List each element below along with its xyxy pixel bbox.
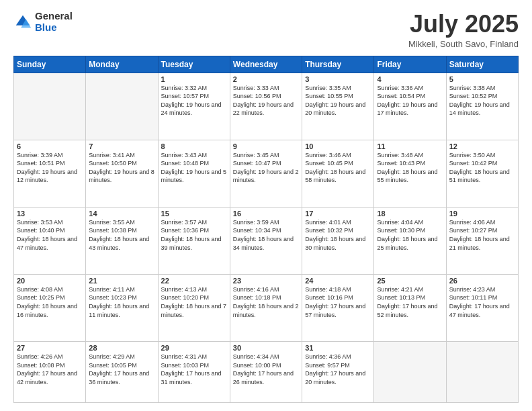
day-number: 26 xyxy=(449,277,515,285)
week-row-3: 13Sunrise: 3:53 AM Sunset: 10:40 PM Dayl… xyxy=(14,207,519,274)
day-info: Sunrise: 3:36 AM Sunset: 10:54 PM Daylig… xyxy=(377,84,443,118)
day-number: 16 xyxy=(233,210,299,218)
table-row: 26Sunrise: 4:23 AM Sunset: 10:11 PM Dayl… xyxy=(446,274,518,341)
day-info: Sunrise: 3:39 AM Sunset: 10:51 PM Daylig… xyxy=(17,151,83,185)
col-thursday: Thursday xyxy=(302,56,374,73)
day-number: 5 xyxy=(449,75,515,83)
day-number: 1 xyxy=(161,75,227,83)
table-row: 30Sunrise: 4:34 AM Sunset: 10:00 PM Dayl… xyxy=(230,341,302,402)
week-row-2: 6Sunrise: 3:39 AM Sunset: 10:51 PM Dayli… xyxy=(14,140,519,207)
day-number: 13 xyxy=(17,210,83,218)
day-info: Sunrise: 3:32 AM Sunset: 10:57 PM Daylig… xyxy=(161,84,227,118)
table-row: 22Sunrise: 4:13 AM Sunset: 10:20 PM Dayl… xyxy=(158,274,230,341)
table-row: 29Sunrise: 4:31 AM Sunset: 10:03 PM Dayl… xyxy=(158,341,230,402)
table-row: 16Sunrise: 3:59 AM Sunset: 10:34 PM Dayl… xyxy=(230,207,302,274)
day-info: Sunrise: 4:21 AM Sunset: 10:13 PM Daylig… xyxy=(377,285,443,319)
table-row: 31Sunrise: 4:36 AM Sunset: 9:57 PM Dayli… xyxy=(302,341,374,402)
day-info: Sunrise: 4:36 AM Sunset: 9:57 PM Dayligh… xyxy=(305,353,371,386)
day-info: Sunrise: 3:45 AM Sunset: 10:47 PM Daylig… xyxy=(233,151,299,185)
table-row xyxy=(446,341,518,402)
day-number: 24 xyxy=(305,277,371,285)
col-sunday: Sunday xyxy=(14,56,86,73)
day-number: 17 xyxy=(305,210,371,218)
day-number: 2 xyxy=(233,75,299,83)
day-number: 18 xyxy=(377,210,443,218)
table-row xyxy=(14,73,86,140)
location: Mikkeli, South Savo, Finland xyxy=(408,39,519,49)
day-info: Sunrise: 4:06 AM Sunset: 10:27 PM Daylig… xyxy=(449,218,515,252)
col-tuesday: Tuesday xyxy=(158,56,230,73)
table-row: 21Sunrise: 4:11 AM Sunset: 10:23 PM Dayl… xyxy=(86,274,158,341)
table-row: 6Sunrise: 3:39 AM Sunset: 10:51 PM Dayli… xyxy=(14,140,86,207)
table-row: 19Sunrise: 4:06 AM Sunset: 10:27 PM Dayl… xyxy=(446,207,518,274)
day-info: Sunrise: 4:23 AM Sunset: 10:11 PM Daylig… xyxy=(449,285,515,319)
table-row: 12Sunrise: 3:50 AM Sunset: 10:42 PM Dayl… xyxy=(446,140,518,207)
table-row: 1Sunrise: 3:32 AM Sunset: 10:57 PM Dayli… xyxy=(158,73,230,140)
calendar-header-row: Sunday Monday Tuesday Wednesday Thursday… xyxy=(14,56,519,73)
day-info: Sunrise: 4:01 AM Sunset: 10:32 PM Daylig… xyxy=(305,218,371,252)
col-saturday: Saturday xyxy=(446,56,518,73)
day-info: Sunrise: 4:31 AM Sunset: 10:03 PM Daylig… xyxy=(161,353,227,386)
table-row: 11Sunrise: 3:48 AM Sunset: 10:43 PM Dayl… xyxy=(374,140,446,207)
day-info: Sunrise: 3:41 AM Sunset: 10:50 PM Daylig… xyxy=(89,151,154,185)
table-row: 28Sunrise: 4:29 AM Sunset: 10:05 PM Dayl… xyxy=(86,341,158,402)
table-row: 4Sunrise: 3:36 AM Sunset: 10:54 PM Dayli… xyxy=(374,73,446,140)
logo-blue: Blue xyxy=(35,22,73,34)
day-number: 25 xyxy=(377,277,443,285)
day-info: Sunrise: 3:55 AM Sunset: 10:38 PM Daylig… xyxy=(89,218,154,252)
day-number: 4 xyxy=(377,75,443,83)
month-title: July 2025 xyxy=(408,11,519,38)
week-row-1: 1Sunrise: 3:32 AM Sunset: 10:57 PM Dayli… xyxy=(14,73,519,140)
day-info: Sunrise: 4:11 AM Sunset: 10:23 PM Daylig… xyxy=(89,285,154,319)
table-row: 7Sunrise: 3:41 AM Sunset: 10:50 PM Dayli… xyxy=(86,140,158,207)
table-row xyxy=(374,341,446,402)
logo-text: General Blue xyxy=(35,11,73,33)
day-info: Sunrise: 3:33 AM Sunset: 10:56 PM Daylig… xyxy=(233,84,299,118)
day-info: Sunrise: 4:34 AM Sunset: 10:00 PM Daylig… xyxy=(233,353,299,386)
logo-icon xyxy=(13,13,32,32)
week-row-5: 27Sunrise: 4:26 AM Sunset: 10:08 PM Dayl… xyxy=(14,341,519,402)
day-info: Sunrise: 3:35 AM Sunset: 10:55 PM Daylig… xyxy=(305,84,371,118)
table-row: 27Sunrise: 4:26 AM Sunset: 10:08 PM Dayl… xyxy=(14,341,86,402)
day-number: 30 xyxy=(233,344,299,352)
day-number: 19 xyxy=(449,210,515,218)
table-row: 3Sunrise: 3:35 AM Sunset: 10:55 PM Dayli… xyxy=(302,73,374,140)
table-row: 15Sunrise: 3:57 AM Sunset: 10:36 PM Dayl… xyxy=(158,207,230,274)
day-number: 31 xyxy=(305,344,371,352)
table-row: 14Sunrise: 3:55 AM Sunset: 10:38 PM Dayl… xyxy=(86,207,158,274)
day-info: Sunrise: 4:29 AM Sunset: 10:05 PM Daylig… xyxy=(89,353,154,386)
day-info: Sunrise: 3:50 AM Sunset: 10:42 PM Daylig… xyxy=(449,151,515,185)
table-row xyxy=(86,73,158,140)
day-info: Sunrise: 4:04 AM Sunset: 10:30 PM Daylig… xyxy=(377,218,443,252)
table-row: 2Sunrise: 3:33 AM Sunset: 10:56 PM Dayli… xyxy=(230,73,302,140)
day-number: 23 xyxy=(233,277,299,285)
col-friday: Friday xyxy=(374,56,446,73)
page: General Blue July 2025 Mikkeli, South Sa… xyxy=(0,0,532,411)
table-row: 24Sunrise: 4:18 AM Sunset: 10:16 PM Dayl… xyxy=(302,274,374,341)
table-row: 9Sunrise: 3:45 AM Sunset: 10:47 PM Dayli… xyxy=(230,140,302,207)
header: General Blue July 2025 Mikkeli, South Sa… xyxy=(13,11,519,49)
day-number: 3 xyxy=(305,75,371,83)
day-number: 28 xyxy=(89,344,154,352)
day-info: Sunrise: 3:46 AM Sunset: 10:45 PM Daylig… xyxy=(305,151,371,185)
table-row: 8Sunrise: 3:43 AM Sunset: 10:48 PM Dayli… xyxy=(158,140,230,207)
day-number: 7 xyxy=(89,142,154,150)
logo: General Blue xyxy=(13,11,73,33)
table-row: 10Sunrise: 3:46 AM Sunset: 10:45 PM Dayl… xyxy=(302,140,374,207)
table-row: 23Sunrise: 4:16 AM Sunset: 10:18 PM Dayl… xyxy=(230,274,302,341)
day-number: 21 xyxy=(89,277,154,285)
day-number: 29 xyxy=(161,344,227,352)
table-row: 5Sunrise: 3:38 AM Sunset: 10:52 PM Dayli… xyxy=(446,73,518,140)
table-row: 18Sunrise: 4:04 AM Sunset: 10:30 PM Dayl… xyxy=(374,207,446,274)
table-row: 17Sunrise: 4:01 AM Sunset: 10:32 PM Dayl… xyxy=(302,207,374,274)
day-info: Sunrise: 3:57 AM Sunset: 10:36 PM Daylig… xyxy=(161,218,227,252)
day-info: Sunrise: 3:53 AM Sunset: 10:40 PM Daylig… xyxy=(17,218,83,252)
day-number: 9 xyxy=(233,142,299,150)
day-number: 11 xyxy=(377,142,443,150)
day-number: 8 xyxy=(161,142,227,150)
day-info: Sunrise: 4:16 AM Sunset: 10:18 PM Daylig… xyxy=(233,285,299,319)
day-number: 6 xyxy=(17,142,83,150)
day-info: Sunrise: 4:08 AM Sunset: 10:25 PM Daylig… xyxy=(17,285,83,319)
table-row: 25Sunrise: 4:21 AM Sunset: 10:13 PM Dayl… xyxy=(374,274,446,341)
day-info: Sunrise: 4:18 AM Sunset: 10:16 PM Daylig… xyxy=(305,285,371,319)
